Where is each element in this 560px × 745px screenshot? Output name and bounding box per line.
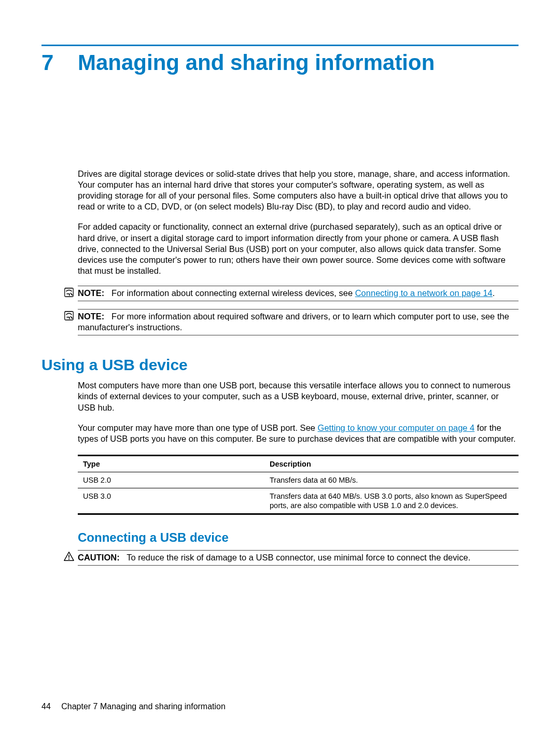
table-row: USB 3.0 Transfers data at 640 MB/s. USB … [78, 488, 519, 513]
usb-body: Most computers have more than one USB po… [78, 380, 519, 444]
table-cell-type: USB 3.0 [83, 491, 270, 510]
usb-paragraph-2: Your computer may have more than one typ… [78, 423, 519, 444]
caution-body: To reduce the risk of damage to a USB co… [127, 553, 470, 562]
note1-pre: For information about connecting externa… [111, 288, 355, 298]
svg-rect-1 [65, 312, 74, 320]
note-text-1: NOTE: For information about connecting e… [78, 286, 519, 301]
note-icon [63, 309, 78, 321]
note-label: NOTE: [78, 288, 104, 298]
usb-p2-pre: Your computer may have more than one typ… [78, 423, 318, 432]
usb-paragraph-1: Most computers have more than one USB po… [78, 380, 519, 413]
page-number: 44 [41, 702, 51, 711]
usb-table: Type Description USB 2.0 Transfers data … [78, 455, 519, 515]
table-head-type: Type [83, 459, 270, 469]
chapter-intro: Drives are digital storage devices or so… [78, 168, 519, 276]
link-getting-to-know[interactable]: Getting to know your computer on page 4 [318, 423, 475, 432]
note-text-2: NOTE: For more information about require… [78, 309, 519, 335]
chapter-heading: 7 Managing and sharing information [41, 50, 519, 75]
page-footer: 44 Chapter 7 Managing and sharing inform… [41, 702, 226, 711]
footer-chapter-label: Chapter 7 Managing and sharing informati… [61, 702, 226, 711]
table-head-desc: Description [270, 459, 519, 469]
subsection-heading-connect: Connecting a USB device [78, 530, 519, 545]
table-cell-desc: Transfers data at 640 MB/s. USB 3.0 port… [270, 491, 519, 510]
caution-block: CAUTION: To reduce the risk of damage to… [63, 550, 519, 566]
note-label: NOTE: [78, 312, 104, 321]
section-heading-usb: Using a USB device [41, 356, 519, 374]
document-page: 7 Managing and sharing information Drive… [0, 0, 560, 566]
table-row: USB 2.0 Transfers data at 60 MB/s. [78, 472, 519, 488]
caution-text: CAUTION: To reduce the risk of damage to… [78, 550, 519, 566]
intro-paragraph-2: For added capacity or functionality, con… [78, 221, 519, 276]
svg-point-3 [68, 559, 69, 560]
note-block-2: NOTE: For more information about require… [63, 309, 519, 335]
link-connecting-network[interactable]: Connecting to a network on page 14 [355, 288, 493, 298]
note2-text: For more information about required soft… [78, 312, 509, 332]
svg-rect-0 [65, 288, 74, 297]
table-rule-bottom [78, 513, 519, 515]
chapter-title: Managing and sharing information [78, 50, 435, 75]
table-cell-type: USB 2.0 [83, 475, 270, 485]
caution-icon [63, 550, 78, 561]
note1-post: . [493, 288, 495, 298]
chapter-rule [41, 45, 519, 46]
table-header-row: Type Description [78, 456, 519, 472]
chapter-number: 7 [41, 50, 78, 75]
intro-paragraph-1: Drives are digital storage devices or so… [78, 168, 519, 212]
caution-label: CAUTION: [78, 553, 120, 562]
note-block-1: NOTE: For information about connecting e… [63, 286, 519, 301]
note-icon [63, 286, 78, 298]
table-cell-desc: Transfers data at 60 MB/s. [270, 475, 519, 485]
